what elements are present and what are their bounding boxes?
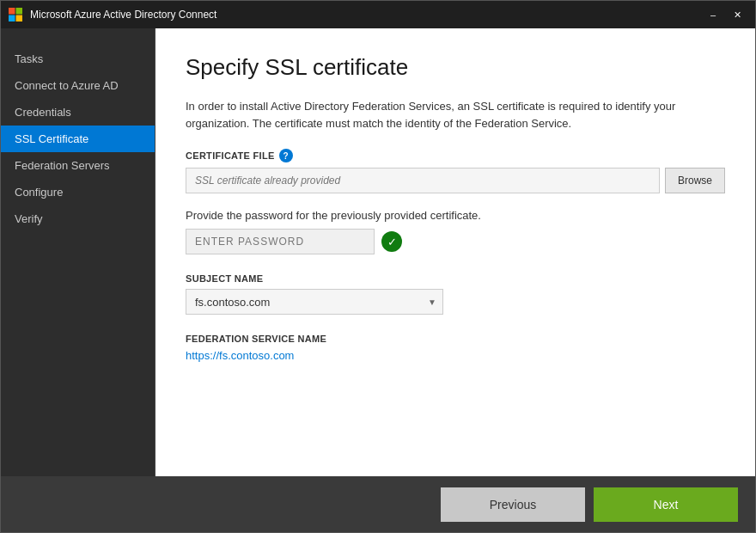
sidebar-item-verify[interactable]: Verify (1, 205, 155, 232)
sidebar-item-federation-servers[interactable]: Federation Servers (1, 152, 155, 179)
federation-service-name-label: FEDERATION SERVICE NAME (186, 334, 725, 344)
subject-name-section: SUBJECT NAME fs.contoso.com ▼ (186, 273, 725, 315)
sidebar-item-ssl-certificate[interactable]: SSL Certificate (1, 126, 155, 152)
sidebar: Tasks Connect to Azure AD Credentials SS… (1, 28, 155, 476)
password-description: Provide the password for the previously … (186, 209, 725, 222)
main-content: Tasks Connect to Azure AD Credentials SS… (1, 28, 755, 476)
subject-name-wrapper: fs.contoso.com ▼ (186, 289, 443, 315)
page-title: Specify SSL certificate (186, 54, 725, 81)
sidebar-item-configure[interactable]: Configure (1, 179, 155, 205)
sidebar-item-connect-azure-ad[interactable]: Connect to Azure AD (1, 72, 155, 99)
subject-name-label: SUBJECT NAME (186, 273, 725, 284)
window-controls: – ✕ (702, 6, 748, 23)
certificate-file-row: Browse (186, 168, 725, 193)
window-title: Microsoft Azure Active Directory Connect (30, 9, 702, 21)
content-area: Specify SSL certificate In order to inst… (155, 28, 755, 476)
minimize-button[interactable]: – (702, 6, 724, 23)
svg-rect-3 (16, 15, 23, 22)
titlebar: Microsoft Azure Active Directory Connect… (1, 1, 755, 28)
federation-service-name-section: FEDERATION SERVICE NAME https://fs.conto… (186, 334, 725, 362)
svg-rect-0 (9, 8, 15, 15)
svg-rect-1 (16, 8, 23, 15)
federation-service-name-value: https://fs.contoso.com (186, 349, 294, 362)
description-text: In order to install Active Directory Fed… (186, 98, 725, 132)
browse-button[interactable]: Browse (665, 168, 725, 193)
password-valid-icon: ✓ (381, 231, 402, 252)
certificate-file-input[interactable] (186, 168, 660, 193)
previous-button[interactable]: Previous (441, 487, 585, 522)
sidebar-item-credentials[interactable]: Credentials (1, 99, 155, 126)
footer: Previous Next (1, 476, 755, 532)
help-icon[interactable]: ? (279, 149, 293, 162)
password-section: Provide the password for the previously … (186, 209, 725, 254)
password-row: ✓ (186, 229, 725, 254)
next-button[interactable]: Next (594, 487, 738, 522)
app-window: Microsoft Azure Active Directory Connect… (0, 0, 756, 533)
subject-name-select[interactable]: fs.contoso.com (186, 289, 443, 315)
certificate-file-label: CERTIFICATE FILE ? (186, 149, 725, 162)
close-button[interactable]: ✕ (726, 6, 748, 23)
svg-rect-2 (9, 15, 15, 22)
password-input[interactable] (186, 229, 375, 254)
app-icon (8, 7, 23, 22)
sidebar-item-tasks[interactable]: Tasks (1, 46, 155, 72)
